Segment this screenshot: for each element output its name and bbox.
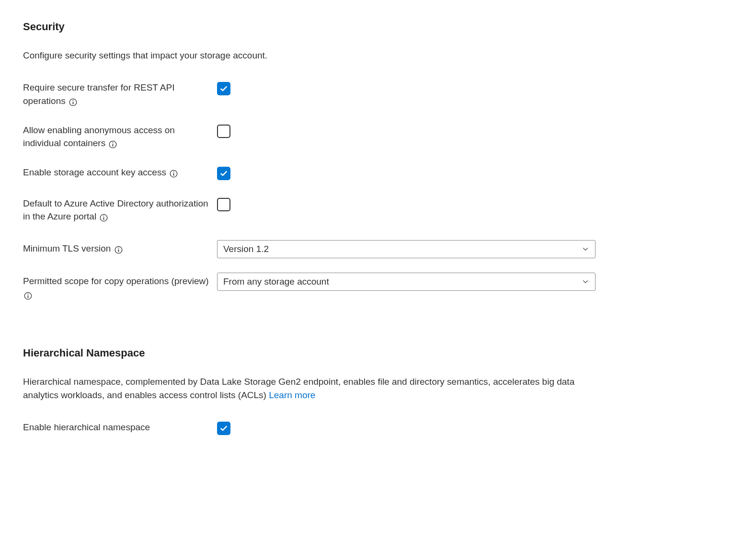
label-enable-hns: Enable hierarchical namespace — [23, 421, 217, 434]
select-value-min-tls: Version 1.2 — [223, 242, 269, 256]
row-min-tls: Minimum TLS version Version 1.2 — [23, 239, 733, 258]
svg-point-5 — [113, 142, 114, 143]
svg-point-2 — [73, 100, 74, 101]
label-text-copy-scope: Permitted scope for copy operations (pre… — [23, 276, 209, 286]
select-value-copy-scope: From any storage account — [223, 275, 329, 288]
select-min-tls[interactable]: Version 1.2 — [217, 240, 596, 258]
learn-more-link[interactable]: Learn more — [269, 390, 315, 400]
chevron-down-icon — [582, 278, 589, 286]
svg-point-11 — [103, 216, 104, 217]
row-enable-hns: Enable hierarchical namespace — [23, 421, 733, 436]
security-heading: Security — [23, 19, 733, 34]
label-text-min-tls: Minimum TLS version — [23, 243, 111, 253]
hns-heading: Hierarchical Namespace — [23, 345, 733, 361]
svg-point-14 — [118, 248, 119, 249]
select-copy-scope[interactable]: From any storage account — [217, 273, 596, 291]
info-icon[interactable] — [115, 242, 123, 256]
info-icon[interactable] — [100, 210, 108, 224]
label-copy-scope: Permitted scope for copy operations (pre… — [23, 272, 217, 301]
svg-point-8 — [173, 172, 174, 172]
label-secure-transfer: Require secure transfer for REST API ope… — [23, 81, 217, 108]
hns-description: Hierarchical namespace, complemented by … — [23, 375, 598, 402]
label-text-anonymous-access: Allow enabling anonymous access on indiv… — [23, 125, 175, 149]
row-secure-transfer: Require secure transfer for REST API ope… — [23, 81, 733, 108]
info-icon[interactable] — [170, 166, 178, 180]
label-text-key-access: Enable storage account key access — [23, 167, 166, 177]
row-key-access: Enable storage account key access — [23, 166, 733, 182]
label-min-tls: Minimum TLS version — [23, 239, 217, 256]
security-description: Configure security settings that impact … — [23, 49, 598, 62]
info-icon[interactable] — [109, 137, 117, 150]
info-icon[interactable] — [24, 288, 32, 302]
label-key-access: Enable storage account key access — [23, 166, 217, 180]
checkbox-enable-hns[interactable] — [217, 422, 230, 435]
svg-point-17 — [28, 293, 29, 294]
checkbox-anonymous-access[interactable] — [217, 125, 230, 138]
label-text-secure-transfer: Require secure transfer for REST API ope… — [23, 82, 174, 106]
row-aad-default: Default to Azure Active Directory author… — [23, 197, 733, 224]
label-text-enable-hns: Enable hierarchical namespace — [23, 422, 150, 432]
checkbox-key-access[interactable] — [217, 167, 230, 180]
chevron-down-icon — [582, 245, 589, 253]
info-icon[interactable] — [69, 95, 77, 108]
label-aad-default: Default to Azure Active Directory author… — [23, 197, 217, 224]
label-anonymous-access: Allow enabling anonymous access on indiv… — [23, 124, 217, 150]
label-text-aad-default: Default to Azure Active Directory author… — [23, 198, 208, 222]
row-copy-scope: Permitted scope for copy operations (pre… — [23, 272, 733, 301]
checkbox-aad-default[interactable] — [217, 198, 230, 211]
checkbox-secure-transfer[interactable] — [217, 82, 230, 95]
row-anonymous-access: Allow enabling anonymous access on indiv… — [23, 124, 733, 150]
